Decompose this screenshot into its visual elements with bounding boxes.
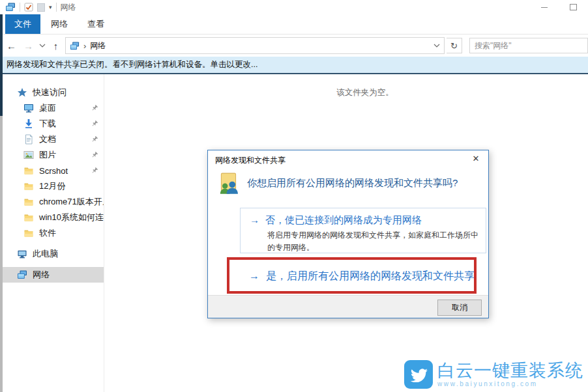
network-window-icon	[5, 2, 16, 12]
network-icon	[17, 270, 27, 280]
recent-locations-button[interactable]	[38, 44, 46, 48]
tab-view[interactable]: 查看	[78, 14, 113, 34]
watermark-text: 白云一键重装系统 www.baiyunxitong.com	[437, 361, 583, 387]
chevron-down-icon	[39, 44, 46, 48]
watermark: 白云一键重装系统 www.baiyunxitong.com	[404, 360, 583, 389]
separator	[20, 3, 20, 12]
watermark-brand: 白云一键重装系统	[437, 361, 583, 380]
network-discovery-dialog: 网络发现和文件共享 ✕ 你想启用所有公用网络的网络发现和文件共享吗? → 否，使…	[207, 150, 489, 318]
dialog-close-button[interactable]: ✕	[469, 154, 482, 163]
sidebar-item-software[interactable]: 软件	[0, 225, 104, 241]
address-bar[interactable]: › 网络	[65, 37, 445, 54]
properties-icon[interactable]	[24, 3, 33, 12]
sidebar-gap	[0, 262, 104, 267]
tab-file[interactable]: 文件	[5, 14, 40, 34]
separator	[56, 3, 57, 12]
watermark-url: www.baiyunxitong.com	[437, 380, 583, 387]
customize-toolbar-caret-icon[interactable]: ▾	[49, 4, 52, 10]
up-button[interactable]: ↑	[48, 40, 63, 51]
forward-button[interactable]: →	[21, 40, 36, 51]
folder-icon	[23, 181, 34, 191]
pin-icon	[91, 120, 98, 128]
sidebar-item-chrome71[interactable]: chrome71版本开启	[0, 194, 104, 210]
maximize-icon	[570, 4, 577, 10]
pin-icon	[91, 135, 98, 143]
sidebar-item-december[interactable]: 12月份	[0, 178, 104, 194]
option-no-description: 将启用专用网络的网络发现和文件共享，如家庭和工作场所中的专用网络。	[267, 229, 485, 253]
command-arrow-icon: →	[249, 270, 259, 282]
breadcrumb-chevron-icon: ›	[83, 41, 86, 51]
pin-icon	[91, 151, 98, 159]
sidebar-item-documents[interactable]: 文档	[0, 132, 104, 147]
document-icon	[23, 134, 34, 145]
option-no-command-link[interactable]: → 否，使已连接到的网络成为专用网络 将启用专用网络的网络发现和文件共享，如家庭…	[240, 208, 486, 253]
watermark-bird-icon	[404, 360, 433, 389]
ribbon-tab-bar: 文件 网络 查看	[0, 14, 588, 35]
minimize-icon	[541, 7, 548, 8]
title-bar: ▾ 网络	[0, 0, 588, 14]
address-toolbar: ← → ↑ › 网络 ↻	[0, 35, 588, 57]
maximize-button[interactable]	[559, 0, 588, 14]
sidebar-gap	[0, 241, 104, 246]
option-yes-command-link[interactable]: → 是，启用所有公用网络的网络发现和文件共享	[249, 270, 475, 283]
folder-icon	[23, 212, 34, 223]
sidebar-item-downloads[interactable]: 下载	[0, 116, 104, 132]
empty-folder-text: 该文件夹为空。	[336, 87, 394, 98]
sidebar-item-desktop[interactable]: 桌面	[0, 100, 104, 116]
picture-icon	[23, 150, 34, 160]
sidebar-item-quick-access[interactable]: 快速访问	[0, 85, 104, 100]
search-input[interactable]	[469, 38, 588, 53]
option-no-title: 否，使已连接到的网络成为专用网络	[265, 214, 422, 227]
pin-icon	[91, 104, 98, 112]
tab-network[interactable]: 网络	[42, 14, 77, 34]
file-sharing-icon	[216, 172, 241, 197]
sidebar-item-this-pc[interactable]: 此电脑	[0, 246, 104, 262]
this-pc-icon	[17, 249, 27, 259]
cancel-button[interactable]: 取消	[437, 300, 482, 316]
quick-access-toolbar: ▾	[5, 2, 57, 12]
option-yes-title: 是，启用所有公用网络的网络发现和文件共享	[266, 270, 475, 283]
command-arrow-icon: →	[250, 214, 259, 225]
sidebar-item-pictures[interactable]: 图片	[0, 147, 104, 163]
download-icon	[23, 119, 34, 129]
bird-icon	[410, 367, 428, 382]
folder-icon	[23, 228, 34, 238]
notification-text: 网络发现和文件共享已关闭。看不到网络计算机和设备。单击以更改...	[7, 59, 257, 70]
address-dropdown-icon[interactable]	[434, 44, 440, 48]
window-title: 网络	[61, 2, 76, 13]
refresh-button[interactable]: ↻	[447, 38, 462, 53]
explorer-window: ▾ 网络 文件 网络 查看 ← → ↑ › 网络 ↻ 网络发现和文件共享已关闭。…	[0, 0, 588, 392]
back-button[interactable]: ←	[4, 40, 19, 51]
window-controls	[529, 0, 588, 14]
new-folder-icon[interactable]	[37, 3, 45, 12]
star-icon	[17, 87, 27, 98]
sidebar-item-win10[interactable]: win10系统如何连接	[0, 210, 104, 225]
notification-bar[interactable]: 网络发现和文件共享已关闭。看不到网络计算机和设备。单击以更改...	[0, 57, 588, 74]
dialog-title: 网络发现和文件共享	[215, 155, 286, 166]
background-window-sliver	[0, 14, 3, 116]
minimize-button[interactable]	[529, 0, 559, 14]
desktop-icon	[23, 103, 34, 113]
dialog-footer: 取消	[208, 295, 488, 318]
dialog-question: 你想启用所有公用网络的网络发现和文件共享吗?	[247, 177, 458, 189]
sidebar-item-network[interactable]: 网络	[0, 267, 104, 283]
navigation-pane: 快速访问 桌面 下载 文档 图片	[0, 74, 104, 392]
network-location-icon	[70, 41, 80, 51]
breadcrumb[interactable]: 网络	[90, 40, 106, 51]
pin-icon	[91, 167, 98, 175]
folder-icon	[23, 197, 34, 207]
background-window-sliver	[0, 116, 3, 392]
sidebar-item-scrshot[interactable]: Scrshot	[0, 163, 104, 178]
folder-icon	[23, 165, 34, 176]
